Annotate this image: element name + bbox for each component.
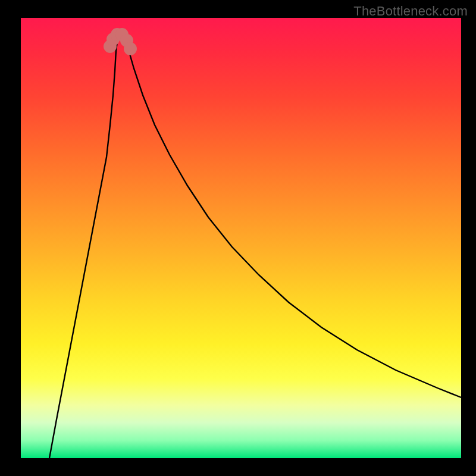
left-curve [49,35,123,458]
outer-frame: TheBottleneck.com [0,0,476,476]
curves-svg [21,18,461,458]
right-curve [123,35,461,397]
plot-area [21,18,461,458]
marker-dot [124,42,137,55]
watermark-text: TheBottleneck.com [353,4,468,19]
marker-cluster [104,28,137,55]
